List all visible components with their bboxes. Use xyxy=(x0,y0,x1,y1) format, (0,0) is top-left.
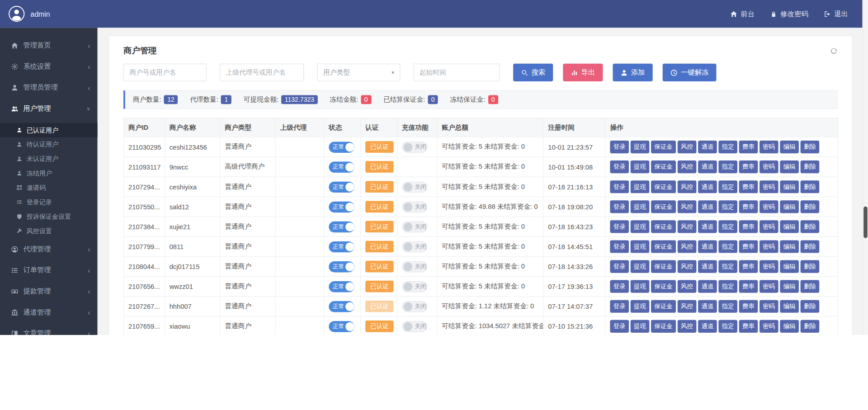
status-toggle[interactable]: 正常 xyxy=(329,161,354,172)
recharge-toggle[interactable]: 关闭 xyxy=(402,181,427,192)
channel-button[interactable]: 通道 xyxy=(698,200,717,213)
channel-button[interactable]: 通道 xyxy=(698,180,717,193)
merchant-search-input[interactable] xyxy=(123,64,207,81)
status-toggle[interactable]: 正常 xyxy=(329,261,354,272)
password-button[interactable]: 密码 xyxy=(760,180,778,193)
deposit-button[interactable]: 保证金 xyxy=(651,200,676,213)
sidebar-subitem-verified-users[interactable]: 已认证用户 xyxy=(0,123,98,137)
add-button[interactable]: 添加 xyxy=(613,64,653,81)
deposit-button[interactable]: 保证金 xyxy=(651,141,676,153)
risk-button[interactable]: 风控 xyxy=(678,180,697,193)
unfreeze-button[interactable]: 一键解冻 xyxy=(663,64,717,81)
sidebar-subitem-complaint-deposit-settings[interactable]: 投诉保证金设置 xyxy=(0,209,98,224)
sidebar-item-agent-management[interactable]: 代理管理 ‹ xyxy=(0,239,98,260)
logout-link[interactable]: 退出 xyxy=(824,9,848,19)
assign-button[interactable]: 指定 xyxy=(718,141,737,153)
delete-button[interactable]: 删除 xyxy=(801,300,820,313)
delete-button[interactable]: 删除 xyxy=(801,280,820,293)
withdraw-button[interactable]: 提现 xyxy=(631,200,650,213)
risk-button[interactable]: 风控 xyxy=(678,260,697,273)
password-button[interactable]: 密码 xyxy=(760,220,778,233)
assign-button[interactable]: 指定 xyxy=(718,320,737,333)
edit-button[interactable]: 编辑 xyxy=(780,280,799,293)
sidebar-item-dashboard[interactable]: 管理首页 ‹ xyxy=(0,35,98,56)
assign-button[interactable]: 指定 xyxy=(718,180,737,193)
status-toggle[interactable]: 正常 xyxy=(329,141,354,152)
rate-button[interactable]: 费率 xyxy=(739,300,758,313)
rate-button[interactable]: 费率 xyxy=(739,260,758,273)
rate-button[interactable]: 费率 xyxy=(739,180,758,193)
edit-button[interactable]: 编辑 xyxy=(780,141,799,153)
assign-button[interactable]: 指定 xyxy=(718,200,737,213)
password-button[interactable]: 密码 xyxy=(760,160,778,173)
rate-button[interactable]: 费率 xyxy=(739,220,758,233)
delete-button[interactable]: 删除 xyxy=(801,220,820,233)
password-button[interactable]: 密码 xyxy=(760,320,778,333)
change-password-link[interactable]: 修改密码 xyxy=(770,9,808,19)
channel-button[interactable]: 通道 xyxy=(698,320,717,333)
login-button[interactable]: 登录 xyxy=(610,141,629,153)
risk-button[interactable]: 风控 xyxy=(678,160,697,173)
sidebar-item-user-management[interactable]: 用户管理 ∨ xyxy=(0,98,98,119)
risk-button[interactable]: 风控 xyxy=(678,220,697,233)
edit-button[interactable]: 编辑 xyxy=(780,320,799,333)
edit-button[interactable]: 编辑 xyxy=(780,260,799,273)
assign-button[interactable]: 指定 xyxy=(718,160,737,173)
login-button[interactable]: 登录 xyxy=(610,300,629,313)
start-time-input[interactable] xyxy=(414,64,500,81)
status-toggle[interactable]: 正常 xyxy=(329,201,354,212)
withdraw-button[interactable]: 提现 xyxy=(631,320,650,333)
delete-button[interactable]: 删除 xyxy=(801,141,820,153)
sidebar-item-system-settings[interactable]: 系统设置 ‹ xyxy=(0,56,98,77)
sidebar-subitem-pending-users[interactable]: 待认证用户 xyxy=(0,137,98,152)
recharge-toggle[interactable]: 关闭 xyxy=(402,321,427,332)
sidebar-item-withdrawal-management[interactable]: 提款管理 ‹ xyxy=(0,281,98,302)
channel-button[interactable]: 通道 xyxy=(698,300,717,313)
assign-button[interactable]: 指定 xyxy=(718,280,737,293)
refresh-icon[interactable] xyxy=(830,47,838,54)
password-button[interactable]: 密码 xyxy=(760,240,778,253)
recharge-toggle[interactable]: 关闭 xyxy=(402,141,427,152)
rate-button[interactable]: 费率 xyxy=(739,320,758,333)
assign-button[interactable]: 指定 xyxy=(718,300,737,313)
assign-button[interactable]: 指定 xyxy=(718,240,737,253)
risk-button[interactable]: 风控 xyxy=(678,240,697,253)
withdraw-button[interactable]: 提现 xyxy=(631,220,650,233)
sidebar-subitem-unverified-users[interactable]: 未认证用户 xyxy=(0,152,98,166)
deposit-button[interactable]: 保证金 xyxy=(651,160,676,173)
status-toggle[interactable]: 正常 xyxy=(329,321,354,332)
deposit-button[interactable]: 保证金 xyxy=(651,280,676,293)
recharge-toggle[interactable]: 关闭 xyxy=(402,261,427,272)
user-type-select[interactable]: 用户类型 ▾ xyxy=(317,64,401,81)
password-button[interactable]: 密码 xyxy=(760,200,778,213)
scrollbar[interactable] xyxy=(863,0,868,335)
edit-button[interactable]: 编辑 xyxy=(780,300,799,313)
agent-search-input[interactable] xyxy=(220,64,304,81)
channel-button[interactable]: 通道 xyxy=(698,141,717,153)
risk-button[interactable]: 风控 xyxy=(678,280,697,293)
status-toggle[interactable]: 正常 xyxy=(329,181,354,192)
channel-button[interactable]: 通道 xyxy=(698,240,717,253)
sidebar-item-channel-management[interactable]: 通道管理 ‹ xyxy=(0,302,98,323)
password-button[interactable]: 密码 xyxy=(760,141,778,153)
recharge-toggle[interactable]: 关闭 xyxy=(402,241,427,252)
sidebar-subitem-invite-codes[interactable]: 邀请码 xyxy=(0,180,98,195)
status-toggle[interactable]: 正常 xyxy=(329,281,354,292)
channel-button[interactable]: 通道 xyxy=(698,260,717,273)
risk-button[interactable]: 风控 xyxy=(678,141,697,153)
channel-button[interactable]: 通道 xyxy=(698,220,717,233)
risk-button[interactable]: 风控 xyxy=(678,320,697,333)
withdraw-button[interactable]: 提现 xyxy=(631,280,650,293)
delete-button[interactable]: 删除 xyxy=(801,260,820,273)
withdraw-button[interactable]: 提现 xyxy=(631,160,650,173)
channel-button[interactable]: 通道 xyxy=(698,280,717,293)
delete-button[interactable]: 删除 xyxy=(801,160,820,173)
deposit-button[interactable]: 保证金 xyxy=(651,220,676,233)
channel-button[interactable]: 通道 xyxy=(698,160,717,173)
password-button[interactable]: 密码 xyxy=(760,300,778,313)
risk-button[interactable]: 风控 xyxy=(678,200,697,213)
delete-button[interactable]: 删除 xyxy=(801,320,820,333)
search-button[interactable]: 搜索 xyxy=(513,64,553,81)
rate-button[interactable]: 费率 xyxy=(739,160,758,173)
rate-button[interactable]: 费率 xyxy=(739,200,758,213)
